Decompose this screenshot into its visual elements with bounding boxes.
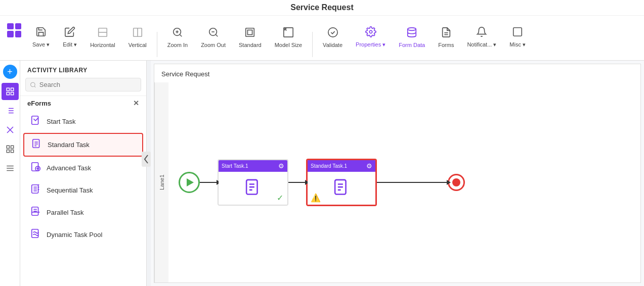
svg-line-5 <box>180 34 182 36</box>
horizontal-button[interactable]: Horizontal <box>85 24 120 51</box>
sidebar-title: ACTIVITY LIBRARY <box>27 67 88 74</box>
svg-rect-22 <box>11 92 13 95</box>
standard-button[interactable]: Standard <box>234 24 267 51</box>
svg-point-37 <box>31 82 35 87</box>
start-task-body: ✓ <box>219 172 287 205</box>
svg-line-9 <box>216 34 218 36</box>
parallel-task-icon <box>30 206 41 219</box>
variable-icon-btn[interactable] <box>2 121 19 138</box>
search-input[interactable] <box>39 81 137 88</box>
separator-2 <box>312 32 313 57</box>
svg-rect-31 <box>11 146 13 148</box>
sidebar-item-start-task[interactable]: Start Task <box>23 111 143 132</box>
svg-rect-12 <box>248 30 252 34</box>
form-data-icon <box>406 27 417 40</box>
lane-content: Start Task.1 ⚙ ✓ <box>168 82 640 282</box>
parallel-task-label: Parallel Task <box>47 209 83 216</box>
toolbar: Save ▾ Edit ▾ Horizontal Vertical Zoom <box>27 18 531 57</box>
standard-task-body-icon <box>332 178 351 199</box>
section-header: eForms ✕ <box>20 96 146 110</box>
title-bar: Service Request <box>0 0 644 16</box>
standard-task-label: Standard Task <box>48 141 90 149</box>
misc-icon <box>512 26 523 40</box>
sidebar-item-advanced-task[interactable]: Advanced Task <box>23 157 143 179</box>
form-data-button[interactable]: Form Data <box>394 24 430 51</box>
canvas-inner: Service Request Lane1 Sta <box>154 64 641 283</box>
standard-task-node-label: Standard Task.1 <box>311 163 347 169</box>
section-close-icon[interactable]: ✕ <box>133 99 139 107</box>
svg-rect-30 <box>7 146 9 148</box>
add-button[interactable]: + <box>3 65 17 79</box>
standard-task-gear-icon[interactable]: ⚙ <box>366 162 372 170</box>
svg-line-38 <box>34 86 35 87</box>
sidebar-item-parallel-task[interactable]: Parallel Task <box>23 202 143 223</box>
save-icon <box>35 26 47 40</box>
forms-button[interactable]: Forms <box>433 24 459 51</box>
sidebar-item-standard-task[interactable]: Standard Task <box>23 133 143 157</box>
list-icon-btn[interactable] <box>2 102 19 119</box>
zoom-in-icon <box>172 27 183 40</box>
section-name: eForms <box>27 100 51 107</box>
standard-task-node[interactable]: Standard Task.1 ⚙ ⚠️ <box>306 159 377 206</box>
model-size-button[interactable]: Model Size <box>270 24 307 51</box>
sequential-task-icon <box>30 183 41 197</box>
start-task-gear-icon[interactable]: ⚙ <box>278 162 284 170</box>
standard-task-header: Standard Task.1 ⚙ <box>308 160 375 172</box>
top-bar: Service Request Save ▾ Edit ▾ Horizontal <box>0 0 644 61</box>
zoom-in-button[interactable]: Zoom In <box>162 24 193 51</box>
app-grid-icon[interactable] <box>5 21 23 39</box>
zoom-out-button[interactable]: Zoom Out <box>196 24 231 51</box>
vertical-icon <box>132 27 143 40</box>
notifications-icon <box>476 26 487 40</box>
start-task-body-icon <box>244 178 262 199</box>
edit-button[interactable]: Edit ▾ <box>58 24 82 51</box>
page-title: Service Request <box>290 3 354 12</box>
sidebar-item-sequential-task[interactable]: Sequential Task <box>23 179 143 201</box>
end-node-inner <box>452 178 460 186</box>
canvas-label: Service Request <box>161 70 209 78</box>
svg-rect-20 <box>11 88 13 90</box>
sidebar-collapse-button[interactable] <box>142 152 151 167</box>
standard-task-body: ⚠️ <box>308 172 375 205</box>
save-button[interactable]: Save ▾ <box>27 24 55 51</box>
arrow-1 <box>200 182 218 183</box>
misc-button[interactable]: Misc ▾ <box>504 24 531 51</box>
standard-icon <box>244 27 255 40</box>
svg-rect-19 <box>7 88 9 90</box>
warning-icon: ⚠️ <box>311 193 321 203</box>
arrow-2 <box>288 182 306 183</box>
start-task-header: Start Task.1 ⚙ <box>219 160 287 172</box>
chevron-left-icon <box>144 154 149 164</box>
notifications-button[interactable]: Notificat... ▾ <box>462 24 501 51</box>
validate-button[interactable]: Validate <box>318 24 348 51</box>
edit-icon <box>64 26 75 40</box>
sidebar-item-dynamic-task-pool[interactable]: Dynamic Task Pool <box>23 224 143 246</box>
main-layout: + ACTIVITY LIBRARY eForms ✕ <box>0 61 644 286</box>
flow-container: Start Task.1 ⚙ ✓ <box>168 159 465 206</box>
dynamic-task-pool-label: Dynamic Task Pool <box>47 231 102 239</box>
play-icon <box>187 178 194 186</box>
grid-icon-btn[interactable] <box>2 140 19 158</box>
zoom-out-icon <box>208 27 219 40</box>
start-task-label: Start Task <box>47 118 76 125</box>
library-icon-btn[interactable] <box>2 83 19 100</box>
start-task-node[interactable]: Start Task.1 ⚙ ✓ <box>218 159 288 206</box>
forms-icon <box>441 27 452 40</box>
start-task-icon <box>30 115 41 128</box>
list2-icon-btn[interactable] <box>2 160 19 177</box>
model-size-icon <box>283 27 294 40</box>
svg-rect-40 <box>33 139 39 148</box>
canvas-area: Service Request Lane1 Sta <box>151 61 644 286</box>
sequential-task-label: Sequential Task <box>47 186 93 194</box>
start-node[interactable] <box>179 172 200 193</box>
sidebar-items: Start Task Standard Task Advanced Task <box>20 110 146 286</box>
advanced-task-icon <box>30 161 41 175</box>
validate-icon <box>327 27 338 40</box>
properties-icon <box>365 26 376 40</box>
search-box[interactable] <box>25 78 141 91</box>
svg-rect-33 <box>11 150 13 153</box>
properties-button[interactable]: Properties ▾ <box>351 24 391 51</box>
vertical-button[interactable]: Vertical <box>123 24 152 51</box>
sidebar: ACTIVITY LIBRARY eForms ✕ Start Task <box>20 61 147 286</box>
start-task-check-icon: ✓ <box>277 193 283 203</box>
